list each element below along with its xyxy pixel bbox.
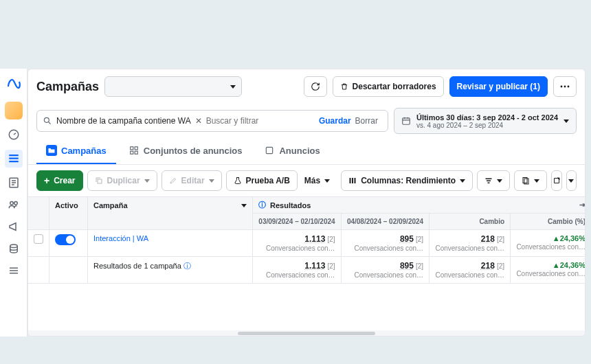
- page-title: Campañas: [36, 80, 99, 94]
- search-input[interactable]: [206, 116, 315, 126]
- up-arrow-icon: ▲: [553, 261, 560, 269]
- summary-row: Resultados de 1 campaña ⓘ 1.113 [2]Conve…: [28, 257, 585, 284]
- results-group-header: ⓘ Resultados ⇥: [253, 197, 585, 213]
- review-publish-button[interactable]: Revisar y publicar (1): [449, 76, 548, 97]
- date-range-selector[interactable]: Últimos 30 días: 3 sep 2024 - 2 oct 2024…: [394, 108, 577, 134]
- create-button[interactable]: +Crear: [36, 170, 83, 191]
- overview-icon[interactable]: [7, 128, 21, 141]
- svg-rect-2: [9, 158, 19, 159]
- table-row[interactable]: Interacción | WA 1.113 [2]Conversaciones…: [28, 230, 585, 257]
- tab-adsets[interactable]: Conjuntos de anuncios: [119, 138, 252, 164]
- chevron-down-icon: [534, 179, 539, 183]
- filter-chip: Nombre de la campaña contiene WA ✕: [56, 116, 202, 126]
- svg-rect-23: [487, 181, 491, 182]
- results-table: Activo Campaña ⓘ Resultados ⇥ 03: [28, 196, 585, 330]
- filter-bar: Nombre de la campaña contiene WA ✕ Guard…: [28, 104, 585, 138]
- reports-button[interactable]: [514, 170, 547, 191]
- folder-icon: [46, 145, 57, 156]
- account-avatar[interactable]: [5, 102, 23, 120]
- edit-button[interactable]: Editar: [161, 170, 222, 191]
- svg-rect-14: [135, 147, 137, 150]
- svg-rect-22: [486, 179, 492, 180]
- discard-drafts-button[interactable]: Descartar borradores: [333, 76, 444, 97]
- all-tools-icon[interactable]: [7, 264, 21, 277]
- info-icon[interactable]: ⓘ: [183, 262, 191, 270]
- date-range-primary: Últimos 30 días: 3 sep 2024 - 2 oct 2024: [416, 113, 558, 122]
- metric-value: 218: [481, 234, 495, 244]
- svg-rect-19: [350, 178, 351, 183]
- svg-rect-1: [9, 155, 19, 156]
- more-actions-button[interactable]: Más: [302, 170, 333, 191]
- breakdown-button[interactable]: [477, 170, 510, 191]
- more-label: Más: [304, 176, 320, 185]
- col-change-header[interactable]: Cambio: [430, 214, 511, 230]
- main-panel: Campañas Descartar borradores Revisar y …: [27, 69, 586, 337]
- chevron-down-icon: [144, 179, 150, 183]
- refresh-button[interactable]: [304, 76, 327, 97]
- action-toolbar: +Crear Duplicar Editar Prueba A/B Más Co…: [28, 165, 585, 196]
- active-toggle[interactable]: [55, 234, 76, 245]
- chevron-down-icon: [230, 85, 236, 89]
- metric-pct: 24,36%: [560, 234, 585, 242]
- abtest-label: Prueba A/B: [246, 176, 290, 185]
- svg-point-5: [10, 202, 13, 205]
- create-label: Crear: [54, 176, 75, 185]
- audiences-icon[interactable]: [7, 198, 21, 212]
- meta-logo-icon: [4, 74, 23, 93]
- megaphone-icon[interactable]: [7, 220, 21, 234]
- search-filter-input-wrap[interactable]: Nombre de la campaña contiene WA ✕ Guard…: [36, 110, 388, 132]
- left-sidebar: [0, 69, 27, 337]
- collapse-icon[interactable]: ⇥: [579, 201, 585, 209]
- tab-ads-label: Anuncios: [279, 146, 320, 156]
- summary-label: Resultados de 1 campaña: [93, 262, 181, 270]
- svg-rect-24: [488, 183, 490, 184]
- calendar-icon: [401, 116, 411, 126]
- filter-chip-remove[interactable]: ✕: [195, 116, 202, 126]
- svg-rect-13: [131, 147, 133, 150]
- tab-adsets-label: Conjuntos de anuncios: [144, 146, 243, 156]
- row-checkbox[interactable]: [34, 234, 43, 244]
- col-change-pct-header[interactable]: Cambio (%): [511, 214, 585, 230]
- tab-campaigns-label: Campañas: [61, 146, 107, 156]
- svg-rect-15: [131, 151, 133, 154]
- metric-value: 895: [400, 234, 414, 244]
- billing-icon[interactable]: [7, 242, 21, 255]
- col-active-header[interactable]: Activo: [49, 197, 88, 230]
- col-range1-header[interactable]: 03/09/2024 – 02/10/2024: [253, 214, 342, 230]
- columns-label: Columnas: Rendimiento: [361, 176, 456, 185]
- campaign-name-link[interactable]: Interacción | WA: [93, 234, 148, 242]
- export-button[interactable]: [551, 170, 561, 191]
- account-selector[interactable]: [104, 76, 242, 97]
- svg-rect-3: [9, 161, 19, 162]
- campaigns-nav-icon[interactable]: [5, 150, 23, 168]
- svg-point-9: [564, 86, 566, 88]
- abtest-button[interactable]: Prueba A/B: [226, 170, 298, 191]
- svg-rect-21: [355, 178, 356, 183]
- chevron-down-icon: [564, 120, 569, 123]
- tab-campaigns[interactable]: Campañas: [36, 138, 116, 164]
- duplicate-button[interactable]: Duplicar: [87, 170, 157, 191]
- tab-ads[interactable]: Anuncios: [254, 138, 329, 164]
- filter-chip-label: Nombre de la campaña contiene WA: [56, 116, 191, 126]
- up-arrow-icon: ▲: [553, 234, 560, 242]
- charts-toggle-button[interactable]: [566, 170, 577, 191]
- clear-filter-link[interactable]: Borrar: [355, 116, 378, 126]
- chevron-down-icon: [241, 204, 247, 207]
- search-icon: [43, 116, 52, 126]
- svg-rect-18: [98, 179, 102, 183]
- col-campaign-header[interactable]: Campaña: [88, 197, 253, 230]
- col-range2-header[interactable]: 04/08/2024 – 02/09/2024: [341, 214, 430, 230]
- ads-reporting-icon[interactable]: [7, 176, 21, 190]
- chevron-down-icon: [209, 179, 214, 183]
- svg-point-8: [561, 86, 563, 88]
- svg-rect-20: [352, 178, 353, 183]
- metric-value: 1.113: [304, 234, 325, 244]
- save-filter-link[interactable]: Guardar: [319, 116, 351, 126]
- ad-icon: [264, 145, 275, 156]
- duplicate-label: Duplicar: [107, 176, 140, 185]
- more-menu-button[interactable]: [553, 76, 577, 97]
- horizontal-scrollbar[interactable]: [28, 330, 585, 336]
- svg-rect-16: [135, 151, 137, 154]
- columns-selector[interactable]: Columnas: Rendimiento: [341, 170, 473, 191]
- edit-label: Editar: [181, 176, 205, 185]
